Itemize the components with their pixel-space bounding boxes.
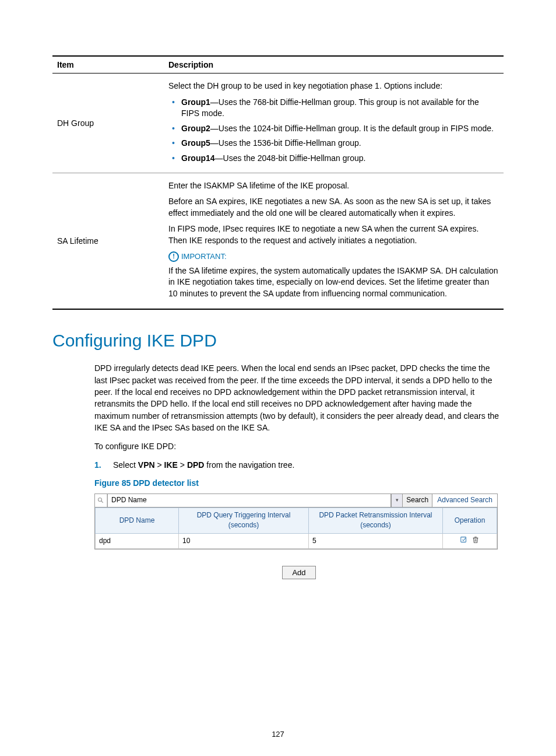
cell-query-interval: 10 bbox=[179, 533, 309, 548]
figure-caption: Figure 85 DPD detector list bbox=[94, 477, 504, 489]
col-query-interval: DPD Query Triggering Interval (seconds) bbox=[179, 508, 309, 533]
svg-point-0 bbox=[98, 498, 102, 501]
svg-rect-2 bbox=[461, 537, 466, 542]
sa-p3: In FIPS mode, IPsec requires IKE to nego… bbox=[168, 223, 499, 246]
search-button[interactable]: Search bbox=[403, 494, 432, 507]
dh-intro: Select the DH group to be used in key ne… bbox=[168, 80, 499, 92]
bullet-text: —Uses the 768-bit Diffie-Hellman group. … bbox=[181, 97, 479, 118]
dpd-data-table: DPD Name DPD Query Triggering Interval (… bbox=[95, 508, 497, 549]
important-label: IMPORTANT: bbox=[181, 252, 227, 261]
dpd-list-figure: DPD Name ▾ Search Advanced Search DPD Na… bbox=[94, 494, 498, 550]
bullet-label: Group14 bbox=[181, 153, 215, 163]
edit-icon[interactable] bbox=[460, 536, 468, 547]
search-icon bbox=[95, 494, 107, 507]
step-1: 1. Select VPN > IKE > DPD from the navig… bbox=[94, 459, 504, 471]
sa-p2: Before an SA expires, IKE negotiates a n… bbox=[168, 196, 499, 219]
table-row: SA Lifetime Enter the ISAKMP SA lifetime… bbox=[52, 173, 504, 309]
sa-p1: Enter the ISAKMP SA lifetime of the IKE … bbox=[168, 180, 499, 192]
cell-dpd-name: dpd bbox=[96, 533, 179, 548]
th-item: Item bbox=[52, 56, 164, 74]
col-retrans-interval: DPD Packet Retransmission Interval (seco… bbox=[309, 508, 443, 533]
row-desc-dh-group: Select the DH group to be used in key ne… bbox=[164, 74, 504, 173]
svg-line-1 bbox=[101, 501, 103, 503]
advanced-search-link[interactable]: Advanced Search bbox=[432, 494, 497, 507]
step-text: Select VPN > IKE > DPD from the navigati… bbox=[113, 459, 294, 471]
search-bar: DPD Name ▾ Search Advanced Search bbox=[95, 494, 497, 508]
row-item-dh-group: DH Group bbox=[52, 74, 164, 173]
step-list: 1. Select VPN > IKE > DPD from the navig… bbox=[94, 459, 504, 471]
row-item-sa-lifetime: SA Lifetime bbox=[52, 173, 164, 309]
bullet-label: Group1 bbox=[181, 97, 210, 107]
col-operation: Operation bbox=[443, 508, 497, 533]
add-button[interactable]: Add bbox=[282, 566, 315, 579]
cell-retrans-interval: 5 bbox=[309, 533, 443, 548]
bullet-text: —Uses the 1024-bit Diffie-Hellman group.… bbox=[210, 124, 494, 133]
row-desc-sa-lifetime: Enter the ISAKMP SA lifetime of the IKE … bbox=[164, 173, 504, 309]
dpd-config-intro: To configure IKE DPD: bbox=[94, 440, 504, 452]
page-number: 127 bbox=[0, 730, 556, 738]
table-row: DH Group Select the DH group to be used … bbox=[52, 74, 504, 173]
bullet-label: Group2 bbox=[181, 124, 210, 133]
col-dpd-name: DPD Name bbox=[96, 508, 179, 533]
cell-operation bbox=[443, 533, 497, 548]
section-heading: Configuring IKE DPD bbox=[52, 331, 504, 351]
dh-bullet-list: Group1—Uses the 768-bit Diffie-Hellman g… bbox=[168, 97, 499, 164]
search-field-label[interactable]: DPD Name bbox=[107, 494, 391, 507]
bullet-text: —Uses the 2048-bit Diffie-Hellman group. bbox=[215, 153, 366, 163]
th-description: Description bbox=[164, 56, 504, 74]
bullet-label: Group5 bbox=[181, 138, 210, 148]
bullet-text: —Uses the 1536-bit Diffie-Hellman group. bbox=[210, 138, 361, 148]
important-text: If the SA lifetime expires, the system a… bbox=[168, 265, 499, 300]
table-row: dpd 10 5 bbox=[96, 533, 497, 548]
dropdown-icon[interactable]: ▾ bbox=[391, 494, 403, 507]
important-icon: ! bbox=[168, 251, 179, 262]
trash-icon[interactable] bbox=[471, 536, 480, 547]
config-items-table: Item Description DH Group Select the DH … bbox=[52, 55, 504, 310]
step-number: 1. bbox=[94, 459, 105, 471]
dpd-description: DPD irregularly detects dead IKE peers. … bbox=[94, 362, 504, 433]
important-callout: ! IMPORTANT: bbox=[168, 251, 499, 262]
